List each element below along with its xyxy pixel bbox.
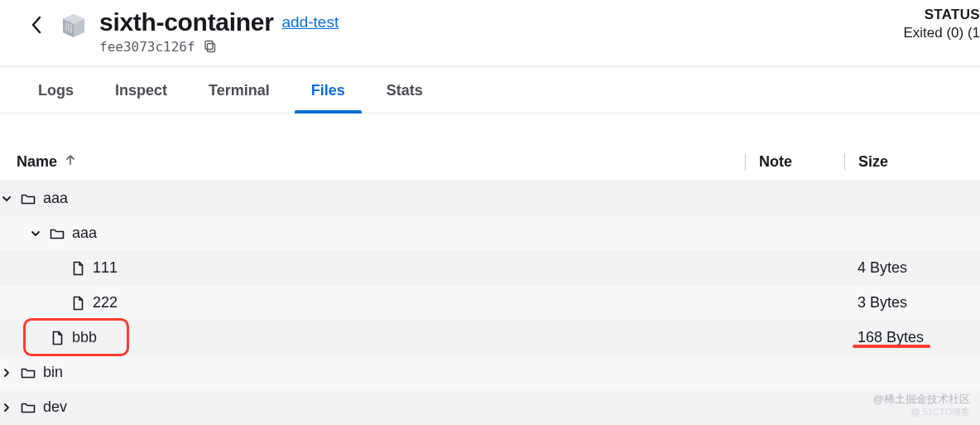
file-row-aaa[interactable]: aaa xyxy=(0,181,980,216)
tab-files[interactable]: Files xyxy=(311,67,345,113)
copy-button[interactable] xyxy=(202,38,219,55)
chevron-down-icon[interactable] xyxy=(0,192,13,205)
container-id: fee3073c126f xyxy=(99,39,195,55)
col-header-name[interactable]: Name xyxy=(17,153,745,171)
tab-bar: Logs Inspect Terminal Files Stats xyxy=(0,67,980,113)
table-header: Name Note Size xyxy=(0,113,980,181)
tab-inspect[interactable]: Inspect xyxy=(115,67,167,113)
watermark-secondary: @ 51CTO博客 xyxy=(911,406,970,418)
file-size-cell: 168 Bytes xyxy=(844,329,963,346)
file-label: 222 xyxy=(93,294,118,312)
chevron-right-icon[interactable] xyxy=(0,366,13,379)
file-size-cell: 3 Bytes xyxy=(844,294,963,312)
file-tree: aaaaaa1114 Bytes2223 Bytesbbb168 Bytesbi… xyxy=(0,181,980,425)
col-header-name-label: Name xyxy=(17,153,57,171)
title-link[interactable]: add-test xyxy=(282,13,339,31)
file-name-cell: bbb xyxy=(17,329,745,346)
container-icon xyxy=(60,12,88,40)
col-header-size[interactable]: Size xyxy=(844,153,963,171)
file-label: dev xyxy=(43,398,67,416)
back-button[interactable] xyxy=(25,13,48,36)
file-name-cell: 222 xyxy=(17,294,745,312)
page-title: sixth-container xyxy=(99,8,274,36)
folder-icon xyxy=(20,191,36,207)
folder-icon xyxy=(20,399,36,416)
file-label: bin xyxy=(43,364,63,381)
chevron-left-icon xyxy=(31,16,42,34)
watermark: @稀土掘金技术社区 xyxy=(873,392,970,407)
file-label: bbb xyxy=(72,329,97,346)
copy-icon xyxy=(204,40,217,53)
sort-asc-icon xyxy=(64,153,77,171)
file-label: aaa xyxy=(72,225,97,242)
status-block: STATUS Exited (0) (1 xyxy=(903,7,980,41)
status-label: STATUS xyxy=(903,7,980,23)
file-name-cell: dev xyxy=(0,398,728,416)
file-icon xyxy=(70,260,86,277)
file-icon xyxy=(49,330,65,346)
file-row-bin[interactable]: bin xyxy=(0,355,980,390)
file-icon xyxy=(70,295,86,312)
chevron-down-icon[interactable] xyxy=(29,227,42,240)
tab-terminal[interactable]: Terminal xyxy=(209,67,270,113)
file-row-222[interactable]: 2223 Bytes xyxy=(0,286,980,321)
folder-icon xyxy=(49,225,65,242)
header-bar: sixth-container add-test fee3073c126f ST… xyxy=(0,0,980,67)
svg-rect-1 xyxy=(205,41,213,50)
file-name-cell: 111 xyxy=(17,259,745,277)
file-size-cell: 4 Bytes xyxy=(844,259,963,277)
file-row-111[interactable]: 1114 Bytes xyxy=(0,251,980,286)
title-block: sixth-container add-test fee3073c126f xyxy=(99,8,339,55)
file-row-dev[interactable]: dev xyxy=(0,390,980,425)
chevron-right-icon[interactable] xyxy=(0,401,13,414)
col-header-note[interactable]: Note xyxy=(745,153,844,171)
folder-icon xyxy=(20,365,36,381)
file-label: aaa xyxy=(43,190,68,207)
tab-logs[interactable]: Logs xyxy=(38,67,74,113)
file-label: 111 xyxy=(93,259,118,277)
svg-rect-0 xyxy=(207,44,214,52)
file-name-cell: aaa xyxy=(0,190,728,207)
status-value: Exited (0) (1 xyxy=(903,25,980,41)
tab-stats[interactable]: Stats xyxy=(387,67,423,113)
file-row-bbb[interactable]: bbb168 Bytes xyxy=(0,321,980,355)
file-name-cell: aaa xyxy=(17,225,745,242)
file-name-cell: bin xyxy=(0,364,728,381)
file-row-aaa[interactable]: aaa xyxy=(0,216,980,251)
